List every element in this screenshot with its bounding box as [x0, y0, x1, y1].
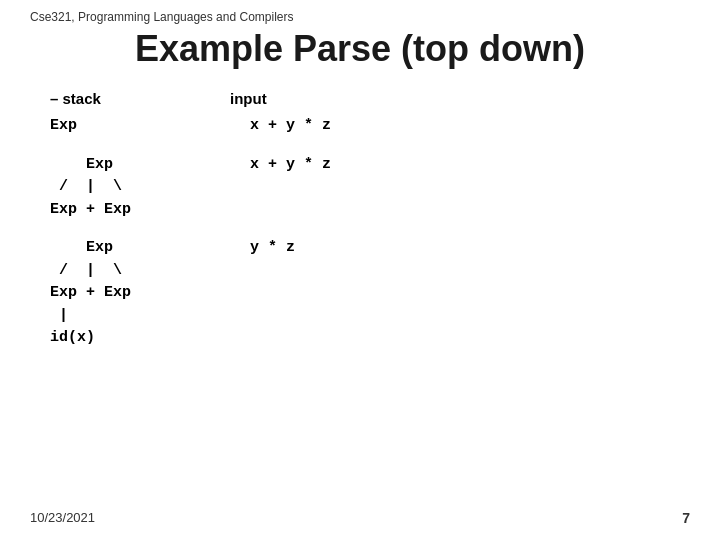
parse-row-3: Exp / | \ Exp + Exp | id(x) y * z	[50, 237, 690, 350]
stack-3: Exp / | \ Exp + Exp | id(x)	[50, 237, 250, 350]
stack-3-line-4: |	[50, 305, 250, 328]
stack-1: Exp	[50, 115, 250, 138]
stack-2-line-2: / | \	[50, 176, 250, 199]
columns-header: – stack input	[50, 90, 690, 107]
course-label: Cse321, Programming Languages and Compil…	[30, 10, 690, 24]
input-2: x + y * z	[250, 154, 331, 177]
slide-title: Example Parse (top down)	[30, 28, 690, 70]
parse-row-1: Exp x + y * z	[50, 115, 690, 138]
slide-container: Cse321, Programming Languages and Compil…	[0, 0, 720, 540]
page-number: 7	[682, 510, 690, 526]
stack-3-line-5: id(x)	[50, 327, 250, 350]
stack-2-line-1: Exp	[50, 154, 250, 177]
parse-row-2: Exp / | \ Exp + Exp x + y * z	[50, 154, 690, 222]
stack-2: Exp / | \ Exp + Exp	[50, 154, 250, 222]
footer-date: 10/23/2021	[30, 510, 95, 526]
stack-3-line-3: Exp + Exp	[50, 282, 250, 305]
input-1: x + y * z	[250, 115, 331, 138]
content-area: Exp x + y * z Exp / | \ Exp + Exp x + y …	[50, 115, 690, 350]
input-3: y * z	[250, 237, 295, 260]
stack-2-line-3: Exp + Exp	[50, 199, 250, 222]
footer: 10/23/2021 7	[30, 510, 690, 526]
stack-3-line-2: / | \	[50, 260, 250, 283]
stack-3-line-1: Exp	[50, 237, 250, 260]
stack-col-header: – stack	[50, 90, 230, 107]
stack-1-line-1: Exp	[50, 115, 250, 138]
input-col-header: input	[230, 90, 267, 107]
